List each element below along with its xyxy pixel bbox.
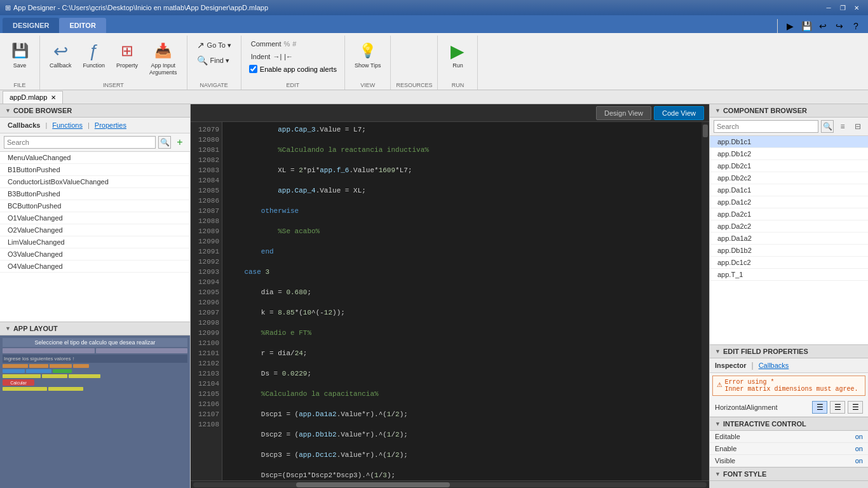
show-tips-button[interactable]: 💡 Show Tips — [350, 38, 386, 72]
enable-value: on — [855, 445, 863, 452]
ribbon-file-content: 💾 Save — [5, 38, 34, 81]
add-callback-button[interactable]: + — [173, 136, 186, 149]
inspector-tabs: Inspector | Callbacks — [710, 358, 868, 373]
error-line2: Inner matrix dimensions must agree. — [724, 386, 858, 393]
find-button[interactable]: 🔍 Find ▾ — [193, 53, 236, 67]
code-editor: Design View Code View 12079 12080 12081 … — [191, 104, 709, 488]
app-layout-arrow: ▼ — [5, 325, 11, 332]
callback-item[interactable]: MenuValueChanged — [0, 152, 190, 164]
inspector-tab[interactable]: Inspector — [715, 362, 747, 369]
component-item[interactable]: app.Dc1c2 — [710, 257, 868, 269]
code-browser-search-input[interactable] — [4, 136, 156, 149]
component-item[interactable]: app.T_1 — [710, 269, 868, 281]
go-to-label: Go To ▾ — [207, 41, 231, 50]
align-right-btn[interactable]: ☰ — [848, 401, 863, 414]
run-btn-top[interactable]: ▶ — [783, 19, 797, 33]
minimize-button[interactable]: ─ — [822, 3, 835, 13]
component-item[interactable]: app.Da1c2 — [710, 196, 868, 208]
align-center-btn[interactable]: ☰ — [830, 401, 845, 414]
callback-item[interactable]: ConductorListBoxValueChanged — [0, 176, 190, 188]
find-icon: 🔍 — [197, 55, 208, 65]
comment-row[interactable]: Comment % # — [247, 38, 339, 50]
component-item[interactable]: app.Da1c1 — [710, 184, 868, 196]
hash-label: # — [292, 40, 296, 48]
code-browser-search-btn[interactable]: 🔍 — [158, 136, 171, 149]
file-tab-appd[interactable]: appD.mlapp ✕ — [3, 91, 63, 104]
editor-toolbar: Design View Code View — [191, 104, 709, 122]
navigate-small-group: ↗ Go To ▾ 🔍 Find ▾ — [193, 38, 236, 67]
callback-item[interactable]: O4ValueChanged — [0, 261, 190, 273]
mode-tab-bar: DESIGNER EDITOR ▶ 💾 ↩ ↪ ? — [0, 15, 868, 33]
go-to-button[interactable]: ↗ Go To ▾ — [193, 38, 236, 52]
line-numbers: 12079 12080 12081 12082 12083 12084 1208… — [191, 122, 222, 480]
designer-tab[interactable]: DESIGNER — [3, 18, 59, 33]
function-icon: ƒ — [84, 41, 104, 61]
callback-item[interactable]: O1ValueChanged — [0, 212, 190, 224]
align-left-btn[interactable]: ☰ — [812, 401, 827, 414]
find-label: Find ▾ — [210, 57, 229, 65]
ribbon: 💾 Save FILE ↩ Callback ƒ Function ⊞ Prop… — [0, 33, 868, 90]
collapse-btn[interactable]: ⊟ — [851, 120, 864, 133]
callback-item[interactable]: LimValueChanged — [0, 236, 190, 248]
tab-callbacks[interactable]: Callbacks — [5, 120, 43, 130]
show-tips-label: Show Tips — [355, 62, 381, 69]
arrange-btn[interactable]: ≡ — [836, 120, 849, 133]
save-button[interactable]: 💾 Save — [5, 38, 34, 72]
component-item[interactable]: app.Da2c2 — [710, 220, 868, 233]
close-button[interactable]: ✕ — [850, 3, 863, 13]
redo-btn[interactable]: ↪ — [832, 19, 846, 33]
indent-left-icon: |← — [284, 53, 293, 60]
callback-item[interactable]: BCButtonPushed — [0, 200, 190, 212]
restore-button[interactable]: ❐ — [836, 3, 849, 13]
component-item[interactable]: app.Db2c1 — [710, 160, 868, 172]
component-search-btn[interactable]: 🔍 — [821, 120, 834, 133]
indent-row[interactable]: Indent →| |← — [247, 51, 339, 62]
help-btn[interactable]: ? — [849, 19, 863, 33]
visible-row: Visible on — [710, 455, 868, 467]
component-item[interactable]: app.Da1a2 — [710, 233, 868, 245]
callback-item[interactable]: B3ButtonPushed — [0, 188, 190, 200]
file-tab-close-btn[interactable]: ✕ — [51, 94, 56, 101]
design-view-button[interactable]: Design View — [596, 106, 651, 120]
editor-tab[interactable]: EDITOR — [59, 18, 105, 33]
code-browser-title: CODE BROWSER — [13, 107, 72, 114]
ribbon-edit-content: Comment % # Indent →| |← Enable app codi… — [247, 38, 339, 81]
error-text: Error using * Inner matrix dimensions mu… — [724, 379, 858, 393]
property-button[interactable]: ⊞ Property — [112, 38, 142, 72]
run-button[interactable]: ▶ Run — [443, 38, 472, 72]
component-item[interactable]: app.Db1c1 — [710, 136, 868, 148]
callback-item[interactable]: B1ButtonPushed — [0, 164, 190, 176]
app-input-label: App Input Arguments — [149, 62, 177, 76]
code-content[interactable]: app.Cap_3.Value = L7; %Calculando la rea… — [222, 122, 702, 480]
font-style-title: FONT STYLE — [723, 470, 766, 478]
callback-item[interactable]: O2ValueChanged — [0, 224, 190, 236]
tab-functions[interactable]: Functions — [50, 120, 85, 130]
callback-item[interactable]: O3ValueChanged — [0, 248, 190, 261]
component-item[interactable]: app.Da2c1 — [710, 208, 868, 220]
ribbon-run-content: ▶ Run — [443, 38, 472, 81]
app-layout-title: APP LAYOUT — [13, 325, 58, 332]
tab-properties[interactable]: Properties — [92, 120, 129, 130]
enable-alert-checkbox[interactable] — [249, 65, 257, 73]
callback-button[interactable]: ↩ Callback — [45, 38, 76, 72]
component-item[interactable]: app.Db1b2 — [710, 245, 868, 257]
code-browser-arrow: ▼ — [5, 107, 11, 114]
component-search-row: 🔍 ≡ ⊟ — [710, 118, 868, 136]
save-btn-top[interactable]: 💾 — [799, 19, 813, 33]
undo-btn[interactable]: ↩ — [816, 19, 830, 33]
right-panel: ▼ COMPONENT BROWSER 🔍 ≡ ⊟ app.Db1c1app.D… — [709, 104, 868, 488]
component-search-input[interactable] — [714, 120, 818, 133]
component-item[interactable]: app.Db1c2 — [710, 148, 868, 160]
edit-small-group: Comment % # Indent →| |← Enable app codi… — [247, 38, 339, 74]
function-button[interactable]: ƒ Function — [79, 38, 110, 72]
ribbon-file-group: 💾 Save FILE — [0, 36, 40, 90]
component-item[interactable]: app.Db2c2 — [710, 172, 868, 184]
right-scrollbar[interactable] — [710, 480, 868, 488]
code-view-button[interactable]: Code View — [654, 106, 704, 120]
horizontal-scrollbar[interactable] — [191, 480, 709, 488]
component-list: app.Db1c1app.Db1c2app.Db2c1app.Db2c2app.… — [710, 136, 868, 344]
app-input-button[interactable]: 📥 App Input Arguments — [145, 38, 182, 79]
callbacks-tab[interactable]: Callbacks — [759, 362, 789, 369]
vertical-scrollbar[interactable] — [702, 122, 709, 480]
property-label: Property — [116, 62, 138, 69]
